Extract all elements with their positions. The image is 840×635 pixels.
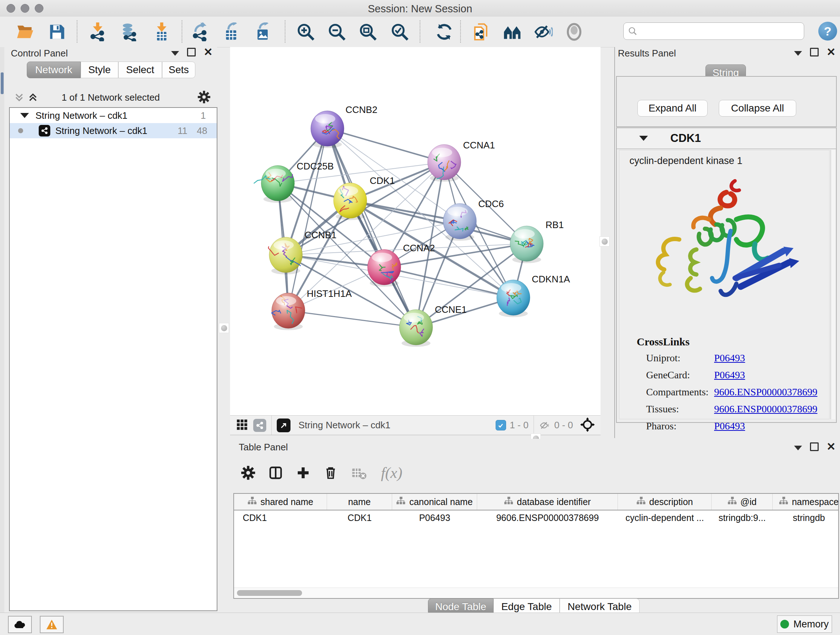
close-panel-icon[interactable]: ✕ — [827, 443, 836, 450]
results-actions-box: Expand All Collapse All — [616, 76, 837, 127]
network-view-title: String Network – cdk1 — [298, 420, 390, 431]
minimize-panel-icon[interactable] — [794, 446, 802, 450]
column-header-namespace[interactable]: namespace — [773, 494, 839, 510]
node-label-HIST1H1A: HIST1H1A — [307, 288, 352, 299]
close-panel-icon[interactable]: ✕ — [827, 49, 836, 56]
crosslink-link[interactable]: 9606.ENSP00000378699 — [714, 403, 817, 415]
minimize-panel-icon[interactable] — [794, 51, 802, 56]
toolbar-separator — [271, 416, 272, 435]
toolbar-separator — [182, 20, 182, 43]
selected-checkbox-icon[interactable] — [496, 420, 506, 431]
crosslink-row: Pharos: P06493 — [619, 420, 829, 437]
cloud-button[interactable] — [8, 616, 32, 633]
network-node-CDC6[interactable]: CDC6 — [443, 198, 504, 241]
import-network-file-icon[interactable] — [88, 22, 108, 42]
network-node-CCNB2[interactable]: CCNB2 — [311, 104, 377, 148]
column-header-description[interactable]: description — [618, 494, 712, 510]
detach-view-icon[interactable] — [277, 418, 291, 432]
help-icon[interactable]: ? — [818, 22, 837, 41]
table-options-gear-icon[interactable] — [241, 466, 256, 480]
network-node-HIST1H1A[interactable]: HIST1H1A — [272, 288, 352, 330]
node-table[interactable]: shared namenamecanonical namedatabase id… — [233, 493, 839, 599]
pan-crosshair-icon[interactable] — [580, 417, 595, 433]
zoom-out-icon[interactable] — [327, 22, 347, 42]
refresh-icon[interactable] — [434, 22, 454, 42]
show-grid-icon[interactable] — [236, 418, 248, 432]
cloud-icon — [14, 620, 26, 629]
node-label-CCNA1: CCNA1 — [463, 140, 495, 150]
import-network-database-icon[interactable] — [119, 22, 139, 42]
tab-select[interactable]: Select — [118, 62, 162, 78]
results-panel-title: Results Panel — [618, 48, 676, 59]
vertical-splitter-handle[interactable] — [600, 236, 609, 247]
zoom-fit-icon[interactable] — [358, 22, 378, 42]
table-cell: cyclin-dependent ... — [618, 510, 712, 525]
network-collection-tree: String Network – cdk1 1 String Network –… — [9, 107, 218, 611]
import-table-icon[interactable] — [152, 22, 172, 42]
network-graph[interactable]: CCNB2CCNA1CDC25BCDK1CDC6RB1CCNB1CCNA2CDK… — [230, 47, 600, 415]
column-header-database-identifier[interactable]: database identifier — [477, 494, 618, 510]
show-columns-icon[interactable] — [268, 466, 283, 480]
network-row-selected[interactable]: String Network – cdk1 11 48 — [10, 123, 217, 138]
crosslink-link[interactable]: 9606.ENSP00000378699 — [714, 386, 817, 398]
close-panel-icon[interactable]: ✕ — [204, 49, 213, 56]
export-network-icon[interactable] — [190, 22, 210, 42]
network-node-RB1[interactable]: RB1 — [510, 219, 564, 263]
search-field[interactable] — [623, 22, 804, 40]
entry-expander-icon[interactable] — [639, 136, 648, 141]
table-panel-title: Table Panel — [239, 442, 288, 453]
network-node-CCNE1[interactable]: CCNE1 — [399, 304, 467, 347]
hide-graphics-details-icon[interactable] — [533, 22, 554, 42]
float-panel-icon[interactable] — [810, 442, 819, 451]
minimize-panel-icon[interactable] — [171, 51, 179, 56]
warnings-button[interactable] — [40, 616, 64, 633]
results-scrollbar[interactable] — [831, 150, 835, 419]
table-body: CDK1CDK1P064939606.ENSP00000378699cyclin… — [234, 510, 838, 525]
column-header--id[interactable]: @id — [712, 494, 773, 510]
tab-network[interactable]: Network — [27, 62, 81, 78]
expand-all-button[interactable]: Expand All — [638, 100, 707, 117]
network-node-CDKN1A[interactable]: CDKN1A — [497, 274, 570, 317]
delete-column-icon[interactable] — [324, 466, 338, 480]
table-horizontal-scrollbar[interactable] — [234, 587, 838, 598]
export-image-icon[interactable] — [253, 22, 273, 42]
column-type-icon — [728, 496, 737, 507]
zoom-in-icon[interactable] — [295, 22, 316, 42]
tab-sets[interactable]: Sets — [162, 62, 195, 78]
column-header-canonical-name[interactable]: canonical name — [392, 494, 477, 510]
column-header-shared-name[interactable]: shared name — [234, 494, 327, 510]
show-graphics-details-icon[interactable] — [564, 22, 584, 42]
export-table-icon[interactable] — [221, 22, 242, 42]
table-row[interactable]: CDK1CDK1P064939606.ENSP00000378699cyclin… — [234, 510, 838, 525]
network-badge-icon[interactable] — [253, 419, 266, 432]
clone-network-icon[interactable] — [471, 22, 491, 42]
collection-expander-icon[interactable] — [20, 113, 29, 118]
network-collection-row[interactable]: String Network – cdk1 1 — [10, 108, 217, 123]
network-options-gear-icon[interactable] — [197, 90, 210, 103]
network-view-canvas[interactable]: CCNB2CCNA1CDC25BCDK1CDC6RB1CCNB1CCNA2CDK… — [230, 47, 600, 415]
collapse-all-button[interactable]: Collapse All — [719, 100, 796, 117]
create-column-icon[interactable] — [296, 466, 310, 480]
save-session-icon[interactable] — [47, 22, 67, 42]
float-panel-icon[interactable] — [810, 48, 819, 57]
table-panel: Table Panel ✕ f(x) shared namenamecanoni… — [230, 439, 840, 613]
column-header-name[interactable]: name — [327, 494, 392, 510]
network-node-CCNA1[interactable]: CCNA1 — [428, 140, 495, 182]
search-input[interactable] — [640, 25, 799, 37]
node-label-CCNE1: CCNE1 — [435, 304, 467, 315]
open-session-icon[interactable] — [15, 22, 35, 42]
scrollbar-thumb[interactable] — [237, 590, 302, 596]
network-node-CDK1[interactable]: CDK1 — [333, 175, 395, 220]
tab-style[interactable]: Style — [81, 62, 118, 78]
memory-button[interactable]: Memory — [777, 616, 832, 633]
vertical-splitter-handle[interactable] — [219, 323, 229, 333]
crosslink-link[interactable]: P06493 — [714, 369, 745, 381]
crosslink-link[interactable]: P06493 — [714, 352, 745, 364]
float-panel-icon[interactable] — [187, 48, 196, 57]
overview-icon[interactable] — [502, 22, 523, 42]
zoom-selected-icon[interactable] — [390, 22, 410, 42]
crosslink-link[interactable]: P06493 — [714, 420, 745, 432]
gene-entry-header[interactable]: CDK1 — [617, 128, 836, 149]
results-entry-box: CDK1 cyclin-dependent kinase 1 — [616, 127, 837, 423]
hidden-eye-icon[interactable] — [539, 421, 551, 430]
